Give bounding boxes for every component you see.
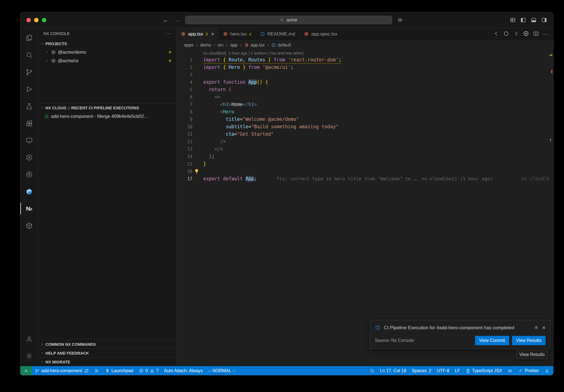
statusbar-commit-graph[interactable]	[92, 366, 102, 375]
activitybar-inspector[interactable]	[20, 166, 38, 183]
code-line-15[interactable]: 15}	[177, 160, 553, 168]
close-window-button[interactable]	[26, 18, 31, 22]
close-icon[interactable]: ×	[542, 325, 546, 330]
statusbar-zoom[interactable]	[367, 366, 377, 375]
code-line-11[interactable]: 11 cta="Get Started"	[177, 130, 553, 138]
breadcrumb-item-app-tsx[interactable]: app.tsx	[244, 43, 265, 48]
activitybar-explorer[interactable]	[20, 29, 38, 47]
activitybar-nx-cloud[interactable]	[20, 149, 38, 166]
activitybar-extensions[interactable]	[20, 115, 38, 132]
breadcrumb-item-src[interactable]: src	[218, 43, 224, 48]
code-editor[interactable]: nx-cloud[bot], 1 hour ago | 2 authors (Y…	[177, 50, 553, 366]
sidebar-section-common-nx-commands[interactable]: COMMON NX COMMANDS	[38, 340, 176, 349]
breadcrumb-item-apps[interactable]: apps	[184, 43, 194, 48]
statusbar-remote-indicator[interactable]	[20, 366, 32, 375]
close-icon[interactable]: ×	[211, 31, 214, 37]
breadcrumb-item-default[interactable]: default	[271, 43, 291, 48]
code-line-12[interactable]: 12 />	[177, 138, 553, 145]
view-commit-button[interactable]: View Commit	[475, 336, 509, 345]
editor-group: app.tsx3×hero.tsx4README.mdapp.spec.tsx …	[177, 28, 553, 366]
command-center-search[interactable]: acme	[185, 16, 392, 24]
activity-bar: N≥	[20, 28, 38, 366]
collapsed-sections: COMMON NX COMMANDSHELP AND FEEDBACKNX MI…	[38, 340, 176, 366]
activitybar-remote-explorer[interactable]	[20, 132, 38, 149]
chevron-right-icon	[40, 360, 44, 364]
pipeline-executions-tree: add-hero-component - Merge 409b4e4e5cb02…	[38, 112, 176, 121]
statusbar-vim-mode[interactable]: -- NORMAL --	[205, 366, 238, 375]
nx-cloud-section-header[interactable]: NX CLOUD :: RECENT CI PIPELINE EXECUTION…	[38, 104, 176, 112]
tab-app-spec-tsx[interactable]: app.spec.tsx	[300, 28, 342, 40]
code-line-5[interactable]: 5 return (	[177, 86, 553, 93]
editor-action-go-back[interactable]	[493, 31, 499, 38]
history-forward-button[interactable]: →	[174, 17, 180, 23]
activitybar-run-and-debug[interactable]	[20, 81, 38, 98]
code-line-6[interactable]: 6 <>	[177, 93, 553, 101]
more-actions-icon[interactable]: ···	[166, 31, 171, 36]
project-item-acme-ui[interactable]: @acme/ui	[38, 56, 176, 65]
minimize-window-button[interactable]	[34, 18, 39, 22]
activitybar-source-control[interactable]	[20, 64, 38, 81]
statusbar-language-mode[interactable]: {}TypeScript JSX	[463, 366, 505, 375]
workbench: N≥ NX CONSOLE ··· PROJECTS @acme/demo@ac…	[20, 28, 553, 366]
statusbar-git-branch[interactable]: add-hero-component	[32, 366, 92, 375]
statusbar-cursor-position[interactable]: Ln 17, Col 19	[377, 366, 409, 375]
activitybar-containers[interactable]	[20, 217, 38, 234]
activitybar-settings[interactable]	[20, 347, 38, 364]
code-line-10[interactable]: 10 subtitle="Build something amazing tod…	[177, 123, 553, 130]
statusbar-copilot[interactable]	[505, 366, 515, 375]
notification-header: CI Pipeline Execution for #add-hero-comp…	[375, 324, 546, 331]
tab-readme-md[interactable]: README.md	[256, 28, 300, 40]
sidebar-section-nx-migrate[interactable]: NX MIGRATE	[38, 357, 176, 366]
activitybar-nx-console[interactable]: N≥	[20, 200, 38, 217]
projects-section-header[interactable]: PROJECTS	[38, 39, 176, 48]
view-results-button[interactable]: View Results	[512, 336, 546, 345]
code-line-8[interactable]: 8 <Hero	[177, 108, 553, 116]
statusbar-launchpad[interactable]: Launchpad	[102, 366, 136, 375]
editor-action-go-forward[interactable]	[513, 31, 519, 38]
search-icon	[25, 51, 33, 59]
activitybar-accounts[interactable]	[20, 330, 38, 347]
statusbar-notifications-bell[interactable]	[542, 366, 552, 375]
statusbar-indentation[interactable]: Spaces: 2	[409, 366, 434, 375]
activitybar-testing[interactable]	[20, 98, 38, 115]
code-line-9[interactable]: 9 title="Welcome @acme/demo"	[177, 116, 553, 123]
toggle-panel-icon[interactable]	[531, 17, 537, 23]
breadcrumb-item-app[interactable]: app	[230, 43, 238, 48]
statusbar-problems[interactable]: 07	[136, 366, 161, 375]
history-back-button[interactable]: ←	[162, 17, 169, 23]
statusbar-eol[interactable]: LF	[452, 366, 463, 375]
activitybar-search[interactable]	[20, 47, 38, 64]
editor-action-outline[interactable]	[503, 31, 509, 38]
code-line-4[interactable]: 4export function App() {	[177, 78, 553, 86]
git-blame-codelens[interactable]: nx-cloud[bot], 1 hour ago | 2 authors (Y…	[203, 51, 553, 55]
code-line-3[interactable]: 3	[177, 71, 553, 78]
editor-action-split-editor[interactable]	[533, 31, 539, 38]
sidebar-section-help-and-feedback[interactable]: HELP AND FEEDBACK	[38, 349, 176, 357]
code-line-17[interactable]: 17export default App;fix: correct typo i…	[177, 175, 553, 183]
tab-app-tsx[interactable]: app.tsx3×	[177, 28, 219, 40]
notification-settings-icon[interactable]	[534, 325, 539, 330]
toggle-secondary-sidebar-icon[interactable]	[541, 17, 547, 23]
customize-layout-icon[interactable]	[510, 17, 516, 23]
lightbulb-icon[interactable]	[194, 168, 199, 174]
breadcrumb-item-demo[interactable]: demo	[200, 43, 211, 48]
editor-action-run-file[interactable]	[523, 31, 529, 38]
tab-hero-tsx[interactable]: hero.tsx4	[219, 28, 256, 40]
code-line-1[interactable]: 1import { Route, Routes } from 'react-ro…	[177, 56, 553, 64]
maximize-window-button[interactable]	[42, 18, 46, 22]
editor-action-more-actions[interactable]: ···	[543, 31, 549, 37]
code-line-14[interactable]: 14 );	[177, 153, 553, 160]
code-line-2[interactable]: 2import { Hero } from '@acme/ui';	[177, 64, 553, 71]
toggle-primary-sidebar-icon[interactable]	[520, 17, 526, 23]
code-line-13[interactable]: 13 </>	[177, 145, 553, 153]
code-line-16[interactable]: 16	[177, 168, 553, 175]
copilot-menu[interactable]	[397, 17, 408, 23]
statusbar-formatter[interactable]: ✓Prettier	[515, 366, 542, 375]
project-item-acme-demo[interactable]: @acme/demo	[38, 48, 176, 56]
code-line-7[interactable]: 7 <h1>Home</h1>	[177, 101, 553, 108]
search-value: acme	[286, 18, 297, 23]
statusbar-encoding[interactable]: UTF-8	[434, 366, 452, 375]
pipeline-execution-item[interactable]: add-hero-component - Merge 409b4e4e5cb02…	[38, 112, 176, 121]
activitybar-edge-tools[interactable]	[20, 183, 38, 200]
statusbar-auto-attach[interactable]: Auto Attach: Always	[161, 366, 206, 375]
